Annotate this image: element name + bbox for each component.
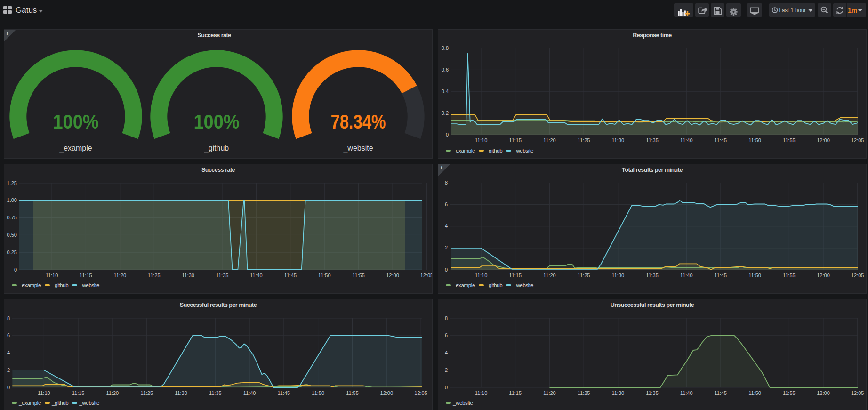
svg-text:11:25: 11:25 <box>578 390 590 396</box>
svg-text:0.50: 0.50 <box>7 232 17 238</box>
svg-text:_example: _example <box>59 144 92 153</box>
svg-text:11:50: 11:50 <box>748 137 761 143</box>
svg-text:0.75: 0.75 <box>7 215 17 220</box>
svg-text:11:15: 11:15 <box>72 390 85 396</box>
svg-text:11:25: 11:25 <box>148 273 161 278</box>
svg-text:0: 0 <box>14 267 17 273</box>
svg-text:11:55: 11:55 <box>352 273 365 278</box>
svg-text:12:00: 12:00 <box>386 273 399 278</box>
svg-text:11:25: 11:25 <box>578 273 590 278</box>
svg-text:0.25: 0.25 <box>7 249 17 255</box>
svg-text:11:25: 11:25 <box>140 390 153 396</box>
svg-text:11:30: 11:30 <box>175 390 187 396</box>
svg-text:11:45: 11:45 <box>715 390 727 396</box>
svg-text:11:55: 11:55 <box>783 273 796 278</box>
svg-text:11:50: 11:50 <box>748 390 761 396</box>
svg-text:11:20: 11:20 <box>106 390 119 396</box>
svg-text:12:05: 12:05 <box>851 137 864 143</box>
svg-text:11:50: 11:50 <box>312 390 324 396</box>
svg-text:2: 2 <box>7 367 10 373</box>
svg-text:11:10: 11:10 <box>38 390 50 396</box>
svg-text:11:15: 11:15 <box>509 273 522 278</box>
svg-text:11:35: 11:35 <box>646 137 659 143</box>
svg-text:11:15: 11:15 <box>509 390 522 396</box>
svg-text:11:40: 11:40 <box>680 390 693 396</box>
svg-text:11:50: 11:50 <box>318 273 331 278</box>
svg-text:11:15: 11:15 <box>80 273 92 278</box>
svg-text:11:50: 11:50 <box>748 273 761 278</box>
svg-text:11:25: 11:25 <box>578 137 590 143</box>
svg-text:12:00: 12:00 <box>817 273 830 278</box>
svg-text:8: 8 <box>445 315 448 321</box>
svg-text:11:35: 11:35 <box>646 273 659 278</box>
svg-text:12:00: 12:00 <box>817 390 830 396</box>
svg-text:11:45: 11:45 <box>284 273 297 278</box>
svg-text:0.8: 0.8 <box>442 45 449 51</box>
svg-text:0: 0 <box>7 385 10 390</box>
svg-text:11:35: 11:35 <box>209 390 222 396</box>
svg-text:11:55: 11:55 <box>783 390 796 396</box>
svg-text:8: 8 <box>7 315 10 321</box>
svg-text:6: 6 <box>445 201 448 207</box>
svg-text:0.2: 0.2 <box>442 110 449 116</box>
svg-text:11:20: 11:20 <box>543 390 556 396</box>
svg-text:12:00: 12:00 <box>380 390 394 396</box>
svg-text:11:20: 11:20 <box>543 137 556 143</box>
svg-text:1.25: 1.25 <box>7 180 17 186</box>
svg-text:11:35: 11:35 <box>646 390 659 396</box>
svg-text:0: 0 <box>446 132 449 137</box>
svg-text:11:30: 11:30 <box>611 273 624 278</box>
svg-text:11:55: 11:55 <box>346 390 359 396</box>
svg-text:11:45: 11:45 <box>715 273 727 278</box>
svg-text:0: 0 <box>445 267 448 273</box>
svg-text:_website: _website <box>343 144 373 153</box>
svg-text:12:05: 12:05 <box>851 273 864 278</box>
svg-text:11:10: 11:10 <box>46 273 58 278</box>
svg-text:4: 4 <box>445 350 448 355</box>
svg-text:12:05: 12:05 <box>420 273 432 278</box>
svg-text:78.34%: 78.34% <box>331 111 386 133</box>
svg-text:0: 0 <box>445 385 448 390</box>
svg-text:11:20: 11:20 <box>543 273 556 278</box>
svg-text:11:40: 11:40 <box>680 273 693 278</box>
svg-text:6: 6 <box>445 332 448 338</box>
svg-text:100%: 100% <box>194 111 240 133</box>
svg-text:11:10: 11:10 <box>475 137 488 143</box>
svg-text:11:10: 11:10 <box>475 273 488 278</box>
svg-text:12:05: 12:05 <box>414 390 427 396</box>
svg-text:0.6: 0.6 <box>442 67 449 72</box>
svg-text:4: 4 <box>7 350 10 355</box>
svg-text:11:40: 11:40 <box>243 390 256 396</box>
svg-text:11:15: 11:15 <box>509 137 522 143</box>
svg-text:1m: 1m <box>848 7 857 14</box>
svg-text:11:45: 11:45 <box>278 390 290 396</box>
svg-text:11:40: 11:40 <box>680 137 693 143</box>
svg-text:_github: _github <box>204 144 229 153</box>
svg-text:Last 1 hour: Last 1 hour <box>779 7 806 14</box>
svg-text:11:55: 11:55 <box>783 137 796 143</box>
svg-text:2: 2 <box>445 245 448 250</box>
svg-text:11:40: 11:40 <box>250 273 263 278</box>
svg-text:11:35: 11:35 <box>216 273 229 278</box>
svg-text:12:00: 12:00 <box>817 137 830 143</box>
svg-text:11:20: 11:20 <box>113 273 126 278</box>
svg-text:11:10: 11:10 <box>475 390 488 396</box>
svg-text:4: 4 <box>445 223 448 229</box>
svg-text:6: 6 <box>7 332 10 338</box>
svg-text:8: 8 <box>445 180 448 185</box>
svg-text:11:30: 11:30 <box>182 273 194 278</box>
svg-text:1.00: 1.00 <box>7 197 17 203</box>
svg-text:100%: 100% <box>53 111 99 133</box>
svg-text:2: 2 <box>445 367 448 373</box>
svg-text:0.4: 0.4 <box>442 88 449 94</box>
svg-text:11:45: 11:45 <box>715 137 727 143</box>
svg-text:11:30: 11:30 <box>611 390 624 396</box>
svg-text:12:05: 12:05 <box>851 390 864 396</box>
svg-text:11:30: 11:30 <box>611 137 624 143</box>
